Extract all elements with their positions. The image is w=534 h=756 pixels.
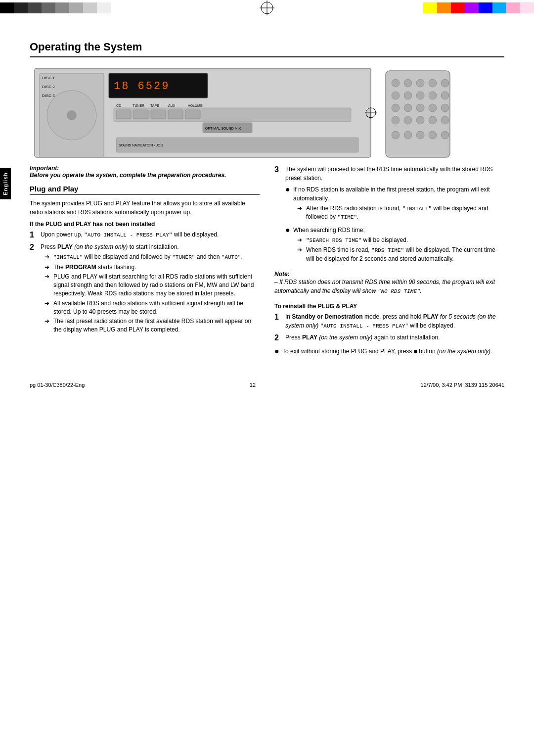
- svg-point-37: [441, 92, 449, 99]
- note-box: Note: – If RDS station does not transmit…: [274, 271, 504, 296]
- bullet-content-1: If no RDS station is available in the fi…: [293, 185, 504, 223]
- crosshair-center: [111, 0, 423, 15]
- play-bold-3: PLAY: [302, 334, 317, 341]
- b1-arrow-sym: ➔: [297, 204, 304, 222]
- color-block-2: [14, 2, 28, 13]
- color-block-r4: [465, 2, 479, 13]
- important-text: Before you operate the system, complete …: [30, 172, 260, 179]
- reinstall-heading: To reinstall the PLUG & PLAY: [274, 303, 504, 310]
- arrow-text-4: All available RDS and radio stations wit…: [53, 299, 260, 316]
- svg-point-46: [429, 116, 437, 124]
- plug-and-play-heading: Plug and Play: [30, 185, 260, 195]
- color-strip-left: [0, 2, 111, 13]
- arrow-sym-2: ➔: [44, 263, 51, 272]
- color-block-r7: [506, 2, 520, 13]
- reinstall-step-1-number: 1: [274, 312, 282, 331]
- svg-text:DISC 3: DISC 3: [42, 94, 55, 98]
- svg-text:TAPE: TAPE: [150, 104, 159, 107]
- arrow-sym-5: ➔: [44, 317, 51, 334]
- page-footer: pg 01-30/C380/22-Eng 12 12/7/00, 3:42 PM…: [30, 378, 504, 388]
- svg-point-44: [404, 116, 412, 124]
- program-bold: PROGRAM: [65, 264, 96, 271]
- color-block-r5: [479, 2, 492, 13]
- standby-bold: Standby or Demostration: [292, 313, 362, 320]
- step-3: 3 The system will proceed to set the RDS…: [274, 165, 504, 267]
- svg-rect-14: [134, 110, 148, 119]
- stop-button-bold: ■: [414, 348, 417, 355]
- step-1-number: 1: [30, 230, 38, 239]
- svg-point-38: [392, 104, 400, 112]
- important-label: Important:: [30, 165, 260, 172]
- reinstall-steps-list: 1 In Standby or Demostration mode, press…: [274, 312, 504, 343]
- svg-point-39: [404, 104, 412, 112]
- b2-arrow-sym-2: ➔: [297, 246, 304, 263]
- svg-text:CD: CD: [116, 104, 121, 107]
- reinstall-step-2: 2 Press PLAY (on the system only) again …: [274, 333, 504, 342]
- exit-bullet-dot: ●: [274, 347, 279, 356]
- color-block-7: [83, 2, 97, 13]
- svg-point-41: [429, 104, 437, 112]
- svg-point-43: [392, 116, 400, 124]
- b1-arrow-text: After the RDS radio station is found, "I…: [306, 204, 504, 222]
- svg-point-28: [392, 79, 400, 87]
- left-column: Important: Before you operate the system…: [30, 165, 260, 358]
- svg-text:DISC 2: DISC 2: [42, 85, 55, 89]
- arrow-sym-4: ➔: [44, 299, 51, 316]
- color-block-3: [28, 2, 42, 13]
- color-strip-right: [423, 2, 534, 13]
- right-column: 3 The system will proceed to set the RDS…: [274, 165, 504, 358]
- step-2-content: Press PLAY (on the system only) to start…: [41, 242, 260, 335]
- bullet-dot-2: ●: [285, 226, 290, 265]
- svg-point-29: [404, 79, 412, 87]
- bullet-2: ● When searching RDS time; ➔ "SEARCH RDS…: [285, 226, 504, 265]
- arrow-text-3: PLUG and PLAY will start searching for a…: [53, 273, 260, 297]
- svg-rect-13: [116, 110, 131, 119]
- footer-left: pg 01-30/C380/22-Eng: [30, 382, 85, 388]
- plug-and-play-intro: The system provides PLUG and PLAY featur…: [30, 199, 260, 217]
- step-2-arrow-4: ➔ All available RDS and radio stations w…: [44, 299, 260, 316]
- right-steps-list: 3 The system will proceed to set the RDS…: [274, 165, 504, 267]
- svg-text:AUX: AUX: [168, 104, 176, 107]
- arrow-text-1: "INSTALL" will be displayed and followed…: [53, 253, 243, 261]
- top-bar-area: [0, 0, 534, 16]
- bullet-content-2: When searching RDS time; ➔ "SEARCH RDS T…: [293, 226, 504, 265]
- color-block-r1: [423, 2, 437, 13]
- color-block-8: [97, 2, 111, 13]
- if-not-installed-heading: If the PLUG and PLAY has not been instal…: [30, 221, 260, 228]
- svg-text:SOUND NAVIGATION - JOG: SOUND NAVIGATION - JOG: [119, 143, 163, 147]
- arrow-text-5: The last preset radio station or the fir…: [53, 317, 260, 334]
- step-2: 2 Press PLAY (on the system only) to sta…: [30, 242, 260, 335]
- reinstall-step-2-content: Press PLAY (on the system only) again to…: [285, 333, 504, 342]
- svg-point-52: [441, 131, 449, 139]
- color-block-r6: [492, 2, 506, 13]
- reinstall-step-1: 1 In Standby or Demostration mode, press…: [274, 312, 504, 331]
- step-2-number: 2: [30, 242, 38, 335]
- reinstall-step-2-number: 2: [274, 333, 282, 342]
- step-1: 1 Upon power up, "AUTO INSTALL - PRESS P…: [30, 230, 260, 239]
- svg-point-36: [429, 92, 437, 99]
- content-columns: Important: Before you operate the system…: [30, 165, 504, 358]
- color-block-r3: [451, 2, 465, 13]
- svg-point-50: [416, 131, 424, 139]
- bullet-1-arrow: ➔ After the RDS radio station is found, …: [297, 204, 504, 222]
- system-only-italic: (on the system only): [437, 348, 490, 355]
- step-2-arrow-1: ➔ "INSTALL" will be displayed and follow…: [44, 253, 260, 261]
- bullet-dot-1: ●: [285, 185, 290, 223]
- footer-date: 12/7/00, 3:42 PM 3139 115 20641: [421, 382, 504, 388]
- svg-point-32: [441, 79, 449, 87]
- page-title: Operating the System: [30, 41, 504, 57]
- play-bold-2: PLAY: [423, 313, 439, 320]
- step-3-number: 3: [274, 165, 282, 267]
- bullet-2-arrow-1: ➔ "SEARCH RDS TIME" will be displayed.: [297, 236, 504, 244]
- svg-text:DISC 1: DISC 1: [42, 76, 55, 80]
- b2-arrow-text-2: When RDS time is read, "RDS TIME" will b…: [306, 246, 504, 263]
- reinstall-mono-1: "AUTO INSTALL - PRESS PLAY": [320, 323, 408, 329]
- color-block-5: [55, 2, 69, 13]
- svg-point-40: [416, 104, 424, 112]
- svg-rect-17: [185, 110, 200, 119]
- footer-page-number: 12: [250, 382, 256, 388]
- exit-bullet-content: To exit without storing the PLUG and PLA…: [282, 347, 504, 356]
- color-block-6: [69, 2, 83, 13]
- svg-point-35: [416, 92, 424, 99]
- svg-rect-15: [151, 110, 166, 119]
